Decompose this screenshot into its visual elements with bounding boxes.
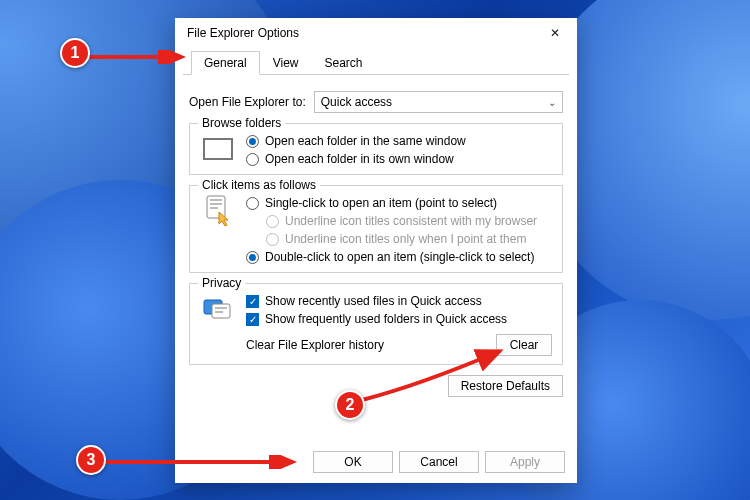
svg-rect-1 — [210, 199, 222, 201]
click-items-group: Click items as follows Single-click to o… — [189, 185, 563, 273]
checkbox-recent-files[interactable]: Show recently used files in Quick access — [246, 294, 552, 308]
apply-button: Apply — [485, 451, 565, 473]
radio-label: Open each folder in its own window — [265, 152, 454, 166]
checkbox-icon — [246, 313, 259, 326]
click-items-legend: Click items as follows — [198, 178, 320, 192]
annotation-arrow-3 — [106, 455, 301, 469]
browse-folders-group: Browse folders Open each folder in the s… — [189, 123, 563, 175]
annotation-arrow-2 — [360, 345, 510, 405]
browse-folders-legend: Browse folders — [198, 116, 285, 130]
tab-general[interactable]: General — [191, 51, 260, 75]
close-button[interactable]: ✕ — [535, 18, 575, 48]
checkbox-icon — [246, 295, 259, 308]
click-items-icon — [200, 196, 236, 226]
tab-view[interactable]: View — [260, 51, 312, 75]
ok-button[interactable]: OK — [313, 451, 393, 473]
tab-search[interactable]: Search — [312, 51, 376, 75]
close-icon: ✕ — [550, 26, 560, 40]
cancel-button[interactable]: Cancel — [399, 451, 479, 473]
radio-icon — [246, 153, 259, 166]
radio-label: Underline icon titles consistent with my… — [285, 214, 537, 228]
open-to-select[interactable]: Quick access ⌄ — [314, 91, 563, 113]
radio-single-click[interactable]: Single-click to open an item (point to s… — [246, 196, 552, 210]
radio-icon — [266, 215, 279, 228]
radio-label: Underline icon titles only when I point … — [285, 232, 526, 246]
tab-strip: General View Search — [183, 50, 569, 75]
browse-folders-icon — [200, 134, 236, 164]
radio-label: Open each folder in the same window — [265, 134, 466, 148]
radio-icon — [246, 197, 259, 210]
svg-rect-7 — [215, 311, 223, 313]
checkbox-frequent-folders[interactable]: Show frequently used folders in Quick ac… — [246, 312, 552, 326]
radio-label: Single-click to open an item (point to s… — [265, 196, 497, 210]
radio-icon — [246, 135, 259, 148]
svg-rect-3 — [210, 207, 218, 209]
radio-double-click[interactable]: Double-click to open an item (single-cli… — [246, 250, 552, 264]
open-to-label: Open File Explorer to: — [189, 95, 306, 109]
radio-icon — [266, 233, 279, 246]
svg-rect-2 — [210, 203, 222, 205]
annotation-badge-1: 1 — [60, 38, 90, 68]
window-title: File Explorer Options — [187, 26, 535, 40]
titlebar[interactable]: File Explorer Options ✕ — [175, 18, 577, 48]
radio-own-window[interactable]: Open each folder in its own window — [246, 152, 552, 166]
privacy-legend: Privacy — [198, 276, 245, 290]
checkbox-label: Show recently used files in Quick access — [265, 294, 482, 308]
radio-same-window[interactable]: Open each folder in the same window — [246, 134, 552, 148]
radio-label: Double-click to open an item (single-cli… — [265, 250, 534, 264]
radio-underline-point: Underline icon titles only when I point … — [246, 232, 552, 246]
annotation-arrow-1 — [90, 50, 190, 64]
file-explorer-options-dialog: File Explorer Options ✕ General View Sea… — [175, 18, 577, 483]
checkbox-label: Show frequently used folders in Quick ac… — [265, 312, 507, 326]
chevron-down-icon: ⌄ — [548, 97, 556, 108]
radio-icon — [246, 251, 259, 264]
annotation-badge-3: 3 — [76, 445, 106, 475]
radio-underline-browser: Underline icon titles consistent with my… — [246, 214, 552, 228]
annotation-badge-2: 2 — [335, 390, 365, 420]
privacy-icon — [200, 294, 236, 324]
svg-rect-6 — [215, 307, 227, 309]
open-to-value: Quick access — [321, 95, 392, 109]
